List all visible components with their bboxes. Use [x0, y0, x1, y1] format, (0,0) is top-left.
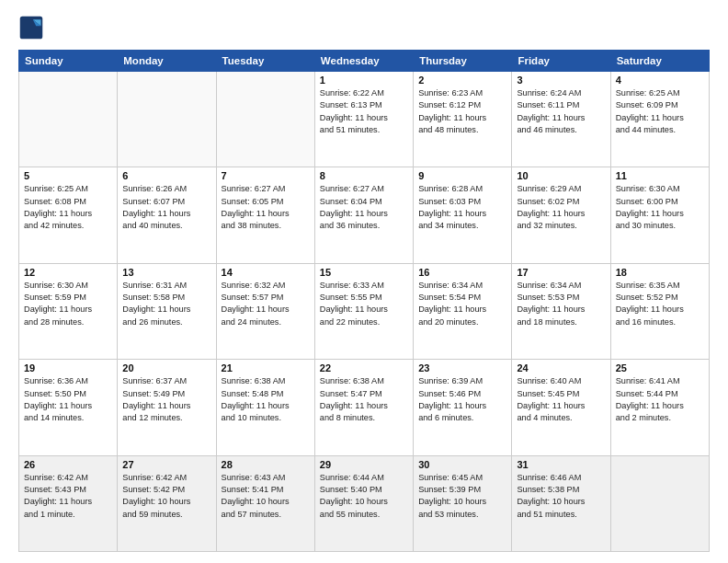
- day-number: 27: [122, 459, 210, 470]
- calendar-week-row: 12Sunrise: 6:30 AM Sunset: 5:59 PM Dayli…: [19, 263, 710, 359]
- logo-icon: [18, 15, 44, 40]
- calendar-cell: 28Sunrise: 6:43 AM Sunset: 5:41 PM Dayli…: [216, 455, 314, 551]
- calendar-cell: [19, 72, 118, 167]
- day-number: 15: [320, 267, 408, 278]
- calendar-cell: 31Sunrise: 6:46 AM Sunset: 5:38 PM Dayli…: [512, 455, 610, 551]
- calendar-cell: 7Sunrise: 6:27 AM Sunset: 6:05 PM Daylig…: [216, 167, 314, 263]
- day-number: 9: [418, 170, 506, 181]
- day-number: 4: [616, 75, 704, 86]
- day-number: 14: [222, 267, 310, 278]
- weekday-header: Saturday: [610, 51, 709, 72]
- day-info: Sunrise: 6:22 AM Sunset: 6:13 PM Dayligh…: [320, 87, 408, 136]
- weekday-header: Sunday: [19, 51, 118, 72]
- day-number: 16: [418, 267, 506, 278]
- day-info: Sunrise: 6:38 AM Sunset: 5:48 PM Dayligh…: [222, 375, 310, 424]
- calendar-cell: [216, 72, 314, 167]
- day-number: 5: [24, 170, 112, 181]
- calendar-cell: 1Sunrise: 6:22 AM Sunset: 6:13 PM Daylig…: [314, 72, 413, 167]
- calendar-cell: 5Sunrise: 6:25 AM Sunset: 6:08 PM Daylig…: [19, 167, 118, 263]
- calendar-cell: 3Sunrise: 6:24 AM Sunset: 6:11 PM Daylig…: [512, 72, 610, 167]
- day-info: Sunrise: 6:42 AM Sunset: 5:42 PM Dayligh…: [122, 472, 210, 521]
- day-number: 19: [24, 362, 112, 373]
- day-number: 2: [418, 75, 506, 86]
- day-info: Sunrise: 6:46 AM Sunset: 5:38 PM Dayligh…: [517, 472, 605, 521]
- day-number: 28: [222, 459, 310, 470]
- page: SundayMondayTuesdayWednesdayThursdayFrid…: [0, 0, 728, 563]
- calendar-cell: 9Sunrise: 6:28 AM Sunset: 6:03 PM Daylig…: [414, 167, 512, 263]
- calendar-cell: 17Sunrise: 6:34 AM Sunset: 5:53 PM Dayli…: [512, 263, 610, 359]
- day-info: Sunrise: 6:23 AM Sunset: 6:12 PM Dayligh…: [418, 87, 506, 136]
- day-info: Sunrise: 6:30 AM Sunset: 5:59 PM Dayligh…: [24, 280, 112, 328]
- calendar-cell: 25Sunrise: 6:41 AM Sunset: 5:44 PM Dayli…: [610, 360, 709, 455]
- day-number: 23: [418, 362, 506, 373]
- calendar-cell: 6Sunrise: 6:26 AM Sunset: 6:07 PM Daylig…: [118, 167, 216, 263]
- weekday-header: Friday: [512, 51, 610, 72]
- calendar-week-row: 26Sunrise: 6:42 AM Sunset: 5:43 PM Dayli…: [19, 455, 710, 551]
- day-info: Sunrise: 6:34 AM Sunset: 5:53 PM Dayligh…: [517, 280, 605, 328]
- calendar-cell: [118, 72, 216, 167]
- day-info: Sunrise: 6:29 AM Sunset: 6:02 PM Dayligh…: [517, 183, 605, 232]
- day-number: 17: [517, 267, 605, 278]
- day-info: Sunrise: 6:41 AM Sunset: 5:44 PM Dayligh…: [616, 375, 704, 424]
- header: [18, 15, 710, 40]
- day-number: 21: [222, 362, 310, 373]
- calendar-week-row: 19Sunrise: 6:36 AM Sunset: 5:50 PM Dayli…: [19, 360, 710, 455]
- day-number: 6: [122, 170, 210, 181]
- day-info: Sunrise: 6:42 AM Sunset: 5:43 PM Dayligh…: [24, 472, 112, 521]
- weekday-header: Tuesday: [216, 51, 314, 72]
- weekday-header-row: SundayMondayTuesdayWednesdayThursdayFrid…: [19, 51, 710, 72]
- calendar-week-row: 1Sunrise: 6:22 AM Sunset: 6:13 PM Daylig…: [19, 72, 710, 167]
- day-info: Sunrise: 6:39 AM Sunset: 5:46 PM Dayligh…: [418, 375, 506, 424]
- day-number: 8: [320, 170, 408, 181]
- day-info: Sunrise: 6:25 AM Sunset: 6:08 PM Dayligh…: [24, 183, 112, 232]
- calendar-cell: 15Sunrise: 6:33 AM Sunset: 5:55 PM Dayli…: [314, 263, 413, 359]
- day-number: 29: [320, 459, 408, 470]
- calendar-cell: 29Sunrise: 6:44 AM Sunset: 5:40 PM Dayli…: [314, 455, 413, 551]
- weekday-header: Monday: [118, 51, 216, 72]
- day-info: Sunrise: 6:34 AM Sunset: 5:54 PM Dayligh…: [418, 280, 506, 328]
- day-number: 3: [517, 75, 605, 86]
- calendar-cell: 14Sunrise: 6:32 AM Sunset: 5:57 PM Dayli…: [216, 263, 314, 359]
- day-info: Sunrise: 6:25 AM Sunset: 6:09 PM Dayligh…: [616, 87, 704, 136]
- day-number: 30: [418, 459, 506, 470]
- day-number: 12: [24, 267, 112, 278]
- calendar-cell: 19Sunrise: 6:36 AM Sunset: 5:50 PM Dayli…: [19, 360, 118, 455]
- day-info: Sunrise: 6:24 AM Sunset: 6:11 PM Dayligh…: [517, 87, 605, 136]
- calendar-cell: 21Sunrise: 6:38 AM Sunset: 5:48 PM Dayli…: [216, 360, 314, 455]
- day-number: 13: [122, 267, 210, 278]
- calendar-cell: 23Sunrise: 6:39 AM Sunset: 5:46 PM Dayli…: [414, 360, 512, 455]
- weekday-header: Wednesday: [314, 51, 413, 72]
- day-info: Sunrise: 6:31 AM Sunset: 5:58 PM Dayligh…: [122, 280, 210, 328]
- calendar-cell: 16Sunrise: 6:34 AM Sunset: 5:54 PM Dayli…: [414, 263, 512, 359]
- day-info: Sunrise: 6:27 AM Sunset: 6:04 PM Dayligh…: [320, 183, 408, 232]
- day-info: Sunrise: 6:43 AM Sunset: 5:41 PM Dayligh…: [222, 472, 310, 521]
- day-info: Sunrise: 6:45 AM Sunset: 5:39 PM Dayligh…: [418, 472, 506, 521]
- day-info: Sunrise: 6:44 AM Sunset: 5:40 PM Dayligh…: [320, 472, 408, 521]
- calendar-cell: 13Sunrise: 6:31 AM Sunset: 5:58 PM Dayli…: [118, 263, 216, 359]
- day-number: 11: [616, 170, 704, 181]
- calendar-cell: 26Sunrise: 6:42 AM Sunset: 5:43 PM Dayli…: [19, 455, 118, 551]
- calendar-cell: 4Sunrise: 6:25 AM Sunset: 6:09 PM Daylig…: [610, 72, 709, 167]
- calendar-cell: 10Sunrise: 6:29 AM Sunset: 6:02 PM Dayli…: [512, 167, 610, 263]
- logo: [18, 15, 48, 40]
- day-number: 25: [616, 362, 704, 373]
- calendar-cell: 20Sunrise: 6:37 AM Sunset: 5:49 PM Dayli…: [118, 360, 216, 455]
- calendar-cell: 27Sunrise: 6:42 AM Sunset: 5:42 PM Dayli…: [118, 455, 216, 551]
- calendar-cell: [610, 455, 709, 551]
- calendar-cell: 30Sunrise: 6:45 AM Sunset: 5:39 PM Dayli…: [414, 455, 512, 551]
- day-info: Sunrise: 6:28 AM Sunset: 6:03 PM Dayligh…: [418, 183, 506, 232]
- calendar-cell: 24Sunrise: 6:40 AM Sunset: 5:45 PM Dayli…: [512, 360, 610, 455]
- day-number: 7: [222, 170, 310, 181]
- day-number: 1: [320, 75, 408, 86]
- day-number: 22: [320, 362, 408, 373]
- calendar-cell: 8Sunrise: 6:27 AM Sunset: 6:04 PM Daylig…: [314, 167, 413, 263]
- day-number: 26: [24, 459, 112, 470]
- weekday-header: Thursday: [414, 51, 512, 72]
- day-info: Sunrise: 6:26 AM Sunset: 6:07 PM Dayligh…: [122, 183, 210, 232]
- day-info: Sunrise: 6:36 AM Sunset: 5:50 PM Dayligh…: [24, 375, 112, 424]
- calendar-cell: 2Sunrise: 6:23 AM Sunset: 6:12 PM Daylig…: [414, 72, 512, 167]
- day-number: 10: [517, 170, 605, 181]
- day-number: 31: [517, 459, 605, 470]
- calendar-cell: 22Sunrise: 6:38 AM Sunset: 5:47 PM Dayli…: [314, 360, 413, 455]
- day-info: Sunrise: 6:40 AM Sunset: 5:45 PM Dayligh…: [517, 375, 605, 424]
